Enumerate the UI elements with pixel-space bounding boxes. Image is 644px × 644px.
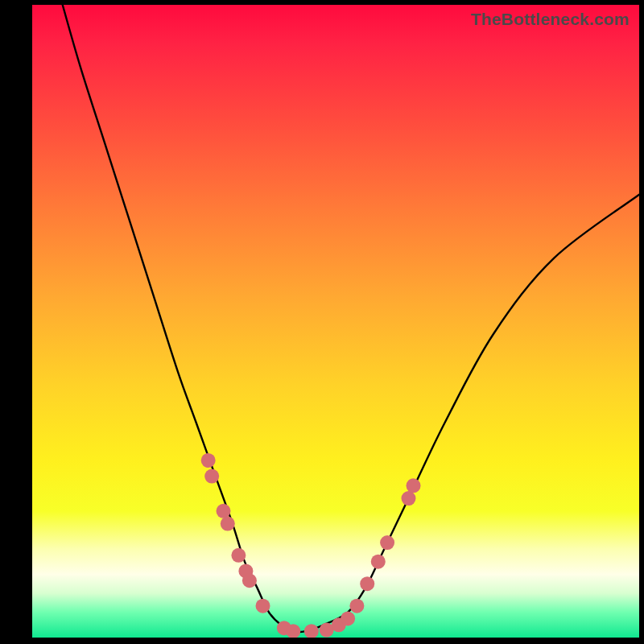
data-marker [204,469,219,484]
marker-group [201,453,421,638]
data-marker [371,555,386,569]
data-marker [341,611,355,625]
data-marker [401,491,415,506]
chart-frame: TheBottleneck.com [0,0,644,644]
data-marker [242,573,257,588]
data-marker [304,624,319,638]
data-marker [407,478,421,493]
data-marker [231,548,246,563]
plot-area: TheBottleneck.com [32,5,639,638]
data-marker [380,535,394,550]
data-marker [349,599,364,613]
data-marker [256,599,270,613]
chart-svg [32,5,639,638]
data-marker [201,453,216,468]
data-marker [360,576,374,591]
data-marker [221,517,235,531]
bottleneck-curve [63,5,639,632]
data-marker [217,504,231,518]
